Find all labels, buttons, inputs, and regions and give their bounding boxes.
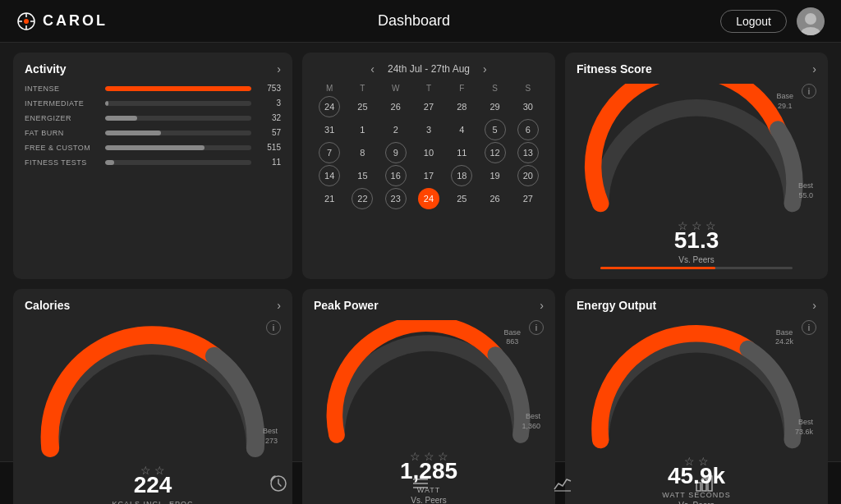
activity-row-label: ENERGIZER [25,114,99,122]
cal-day[interactable]: 20 [517,165,539,186]
activity-panel: Activity › INTENSE 753 INTERMEDIATE 3 EN… [13,53,292,279]
cal-day-header: W [380,82,411,94]
cal-day[interactable]: 24 [418,188,439,209]
progress-icon [552,473,573,494]
calendar-next[interactable]: › [483,62,487,76]
cal-day[interactable]: 7 [319,142,340,163]
fitness-value: 51.3 [674,227,719,254]
carol-logo-icon [16,11,36,31]
calories-gauge-wrap: i Best273 ☆ ☆ 224 KCALS INCL. EPOC [25,320,281,504]
cal-day[interactable]: 24 [319,96,340,117]
calories-value: 224 [134,472,172,498]
calories-panel-header: Calories › [25,299,281,312]
fitness-vs-peers: Vs. Peers [678,255,714,264]
nav-history[interactable] [268,473,289,494]
header-title: Dashboard [378,12,450,30]
activity-row-label: INTENSE [25,85,99,93]
calendar-prev[interactable]: ‹ [370,62,375,76]
logout-button[interactable]: Logout [720,10,787,33]
activity-chevron[interactable]: › [277,62,281,76]
activity-title: Activity [25,62,67,76]
cal-day[interactable]: 27 [517,188,539,209]
cal-day[interactable]: 3 [418,119,439,140]
activity-bar-wrap [105,86,251,91]
cal-day[interactable]: 18 [451,165,472,186]
cal-day[interactable]: 26 [485,188,506,209]
main-content: Activity › INTENSE 753 INTERMEDIATE 3 EN… [0,43,841,461]
fitness-base-label: Base29.1 [776,92,793,111]
history-icon [268,473,289,494]
cal-day[interactable]: 29 [485,96,506,117]
cal-day[interactable]: 22 [352,188,373,209]
cal-day[interactable]: 4 [451,119,472,140]
activity-bar-wrap [105,101,251,106]
cal-day[interactable]: 14 [319,165,340,186]
peak-chevron[interactable]: › [540,299,544,312]
cal-day[interactable]: 26 [385,96,407,117]
user-avatar[interactable] [797,7,825,35]
cal-day[interactable]: 5 [485,119,506,140]
activity-row-label: INTERMEDIATE [25,99,99,108]
calories-title: Calories [25,299,70,312]
cal-day[interactable]: 30 [517,96,539,117]
cal-day[interactable]: 13 [517,142,539,163]
calendar-range: 24th Jul - 27th Aug [388,63,470,75]
activity-bar [105,160,114,165]
activity-bar-wrap [105,116,251,121]
cal-day[interactable]: 8 [352,142,373,163]
svg-point-6 [805,13,816,25]
cal-day[interactable]: 11 [451,142,472,163]
activity-row-value: 515 [258,143,281,152]
peak-title: Peak Power [314,299,379,312]
calendar-panel: ‹ 24th Jul - 27th Aug › MTWTFSS242526272… [302,53,555,279]
nav-workouts[interactable] [410,473,431,494]
cal-day[interactable]: 2 [385,119,407,140]
dashboard-icon [694,473,715,494]
calendar-days-grid: MTWTFSS242526272829303112345678910111213… [314,82,544,209]
cal-day[interactable]: 28 [451,96,472,117]
energy-chevron[interactable]: › [812,299,816,312]
activity-bar [105,116,137,121]
activity-row-value: 753 [258,84,281,93]
cal-day[interactable]: 10 [418,142,439,163]
cal-day[interactable]: 23 [385,188,407,209]
cal-day-header: M [314,82,345,94]
peak-vs-peers: Vs. Peers [411,496,446,504]
svg-rect-18 [708,476,712,491]
cal-day[interactable]: 16 [385,165,407,186]
cal-day[interactable]: 9 [385,142,407,163]
activity-row: INTENSE 753 [25,84,281,93]
calories-best-label: Best273 [263,427,278,446]
nav-dashboard[interactable] [694,473,715,494]
cal-day[interactable]: 17 [418,165,439,186]
svg-point-1 [24,19,29,24]
fitness-chevron[interactable]: › [812,62,816,76]
activity-row-value: 11 [258,158,281,167]
cal-day[interactable]: 1 [352,119,373,140]
energy-best-label: Best73.6k [795,418,813,437]
calories-chevron[interactable]: › [277,299,281,312]
cal-day[interactable]: 31 [319,119,340,140]
cal-day[interactable]: 12 [485,142,506,163]
energy-base-label: Base24.2k [775,328,793,347]
cal-day[interactable]: 6 [517,119,539,140]
svg-rect-16 [696,483,701,491]
svg-rect-17 [702,479,706,491]
cal-day[interactable]: 21 [319,188,340,209]
cal-day[interactable]: 25 [451,188,472,209]
cal-day[interactable]: 27 [418,96,439,117]
nav-progress[interactable] [552,473,573,494]
cal-day[interactable]: 19 [485,165,506,186]
cal-day[interactable]: 15 [352,165,373,186]
activity-bar [105,101,108,106]
energy-panel-header: Energy Output › [577,299,816,312]
peak-panel-header: Peak Power › [314,299,544,312]
activity-row: ENERGIZER 32 [25,113,281,122]
cal-day-header: S [479,82,510,94]
header-right: Logout [720,7,825,35]
activity-row-value: 32 [258,113,281,122]
calories-panel: Calories › i Best273 ☆ ☆ 224 KCALS INCL.… [13,289,292,504]
fitness-peers-bar-fill [600,267,715,269]
cal-day[interactable]: 25 [352,96,373,117]
fitness-panel-header: Fitness Score › [577,62,816,76]
